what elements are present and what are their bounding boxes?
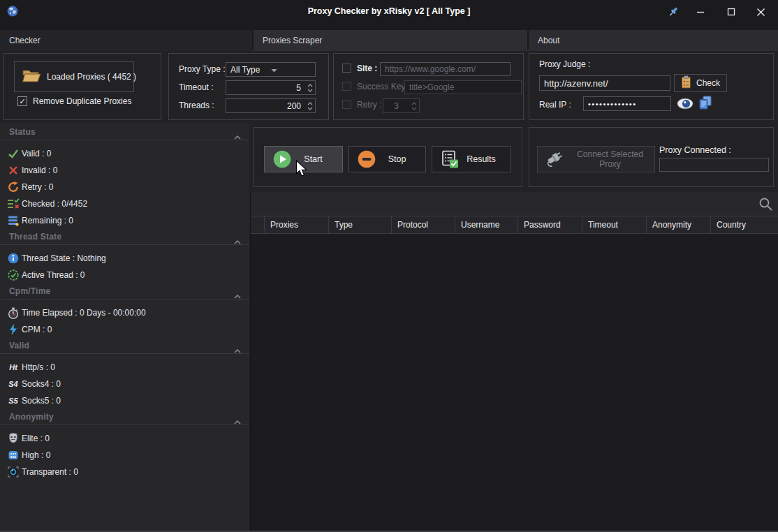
remaining-list-icon: [7, 214, 20, 227]
clipboard-check-icon: [681, 75, 691, 91]
chevron-down-icon: [271, 65, 311, 75]
site-checkbox[interactable]: [342, 64, 351, 73]
threads-input[interactable]: [226, 99, 305, 112]
check-judge-label: Check: [696, 78, 720, 88]
status-invalid-value: Invalid : 0: [22, 165, 57, 175]
high-count-value: High : 0: [22, 450, 50, 460]
elite-count-value: Elite : 0: [22, 434, 50, 443]
success-key-checkbox[interactable]: [342, 82, 351, 91]
time-elapsed-value: Time Elapsed : 0 Days - 00:00:00: [22, 308, 146, 318]
proxy-judge-input[interactable]: [539, 75, 670, 91]
window-title: Proxy Checker by xRisky v2 [ All Type ]: [0, 6, 778, 16]
socks4-count-row: S4 Socks4 : 0: [0, 376, 249, 392]
socks4-icon: S4: [7, 378, 20, 390]
active-thread-row: Active Thread : 0: [0, 267, 249, 283]
site-input[interactable]: [380, 62, 511, 76]
settings-panel: Proxy Type : All Type Timeout : Threads …: [168, 53, 329, 120]
section-cpm-time-title: Cpm/Time: [9, 286, 50, 296]
table-header-row: Proxies Type Protocol Username Password …: [251, 216, 778, 234]
check-judge-button[interactable]: Check: [674, 74, 727, 92]
column-header-country[interactable]: Country: [711, 216, 778, 233]
threads-label: Threads :: [179, 101, 214, 110]
active-thread-icon: [7, 269, 20, 281]
chevron-up-icon[interactable]: [234, 343, 241, 356]
high-count-row: High : 0: [0, 447, 249, 464]
section-thread-state-title: Thread State: [9, 232, 61, 242]
timeout-input[interactable]: [226, 81, 305, 94]
proxy-connected-input[interactable]: [659, 158, 769, 172]
socks4-count-value: Socks4 : 0: [22, 379, 61, 389]
app-window: Proxy Checker by xRisky v2 [ All Type ]: [0, 0, 778, 532]
reveal-ip-eye-icon[interactable]: [677, 98, 693, 112]
active-thread-value: Active Thread : 0: [22, 270, 85, 280]
copy-ip-icon[interactable]: [699, 96, 712, 112]
section-header-valid[interactable]: Valid: [0, 338, 249, 354]
chevron-up-icon[interactable]: [234, 289, 241, 302]
chevron-up-icon[interactable]: [234, 415, 241, 427]
retry-input[interactable]: [383, 99, 409, 112]
loaded-proxies-button[interactable]: Loaded Proxies ( 4452 ): [14, 61, 134, 92]
start-button[interactable]: Start: [264, 146, 343, 172]
table-header-stub: [251, 216, 265, 233]
pin-icon[interactable]: [666, 4, 681, 20]
column-header-timeout[interactable]: Timeout: [582, 216, 647, 233]
tab-checker-label: Checker: [9, 36, 41, 45]
section-header-anonymity[interactable]: Anonymity: [0, 409, 249, 425]
section-valid-title: Valid: [9, 341, 29, 350]
column-header-anonymity[interactable]: Anonymity: [647, 216, 711, 233]
proxy-type-dropdown[interactable]: All Type: [226, 62, 316, 77]
cpm-row: CPM : 0: [0, 321, 249, 338]
timeout-label: Timeout :: [179, 82, 214, 92]
retry-stepper[interactable]: [383, 98, 420, 113]
socks5-count-row: S5 Socks5 : 0: [0, 392, 249, 409]
tab-about[interactable]: About: [529, 30, 778, 51]
status-remaining-value: Remaining : 0: [22, 216, 73, 226]
status-retry-value: Retry : 0: [22, 182, 53, 192]
site-label: Site :: [357, 64, 377, 73]
stopwatch-icon: [7, 306, 20, 319]
section-header-thread-state[interactable]: Thread State: [0, 229, 249, 245]
real-ip-masked-value: •••••••••••••: [588, 100, 637, 108]
retry-label: Retry :: [357, 100, 381, 110]
column-header-username[interactable]: Username: [455, 216, 518, 233]
tab-checker[interactable]: Checker: [0, 30, 252, 51]
section-header-status[interactable]: Status: [0, 124, 249, 140]
http-count-value: Http/s : 0: [22, 362, 55, 372]
close-button[interactable]: [753, 4, 768, 20]
retry-checkbox[interactable]: [342, 100, 351, 109]
status-valid-value: Valid : 0: [22, 149, 51, 158]
success-key-input[interactable]: [404, 80, 522, 94]
column-header-proxies[interactable]: Proxies: [265, 216, 329, 233]
spinner-arrows-icon[interactable]: [305, 81, 315, 94]
column-header-type[interactable]: Type: [329, 216, 392, 233]
results-table: Proxies Type Protocol Username Password …: [250, 192, 778, 531]
proxy-type-label: Proxy Type :: [179, 64, 225, 74]
table-body-empty[interactable]: [251, 235, 778, 531]
status-valid-row: Valid : 0: [0, 145, 249, 162]
search-bar[interactable]: [251, 192, 778, 216]
connect-selected-proxy-button[interactable]: Connect Selected Proxy: [537, 146, 655, 172]
stop-button[interactable]: Stop: [348, 146, 426, 172]
valid-check-icon: [7, 147, 20, 160]
spinner-arrows-icon[interactable]: [305, 99, 315, 112]
timeout-stepper[interactable]: [226, 80, 316, 95]
section-header-cpm-time[interactable]: Cpm/Time: [0, 283, 249, 300]
remove-duplicates-checkbox[interactable]: ✓: [17, 96, 27, 106]
threads-stepper[interactable]: [226, 98, 316, 113]
column-header-password[interactable]: Password: [518, 216, 582, 233]
invalid-cross-icon: [7, 164, 20, 177]
search-icon[interactable]: [758, 197, 773, 214]
column-header-protocol[interactable]: Protocol: [392, 216, 455, 233]
chevron-up-icon[interactable]: [234, 235, 241, 247]
cpm-value: CPM : 0: [22, 325, 52, 334]
minimize-button[interactable]: [693, 4, 708, 20]
status-invalid-row: Invalid : 0: [0, 162, 249, 179]
real-ip-field[interactable]: •••••••••••••: [583, 96, 671, 111]
tab-proxies-scraper[interactable]: Proxies Scraper: [254, 30, 527, 51]
connect-selected-proxy-label: Connect Selected Proxy: [566, 149, 654, 169]
elite-count-row: Elite : 0: [0, 430, 249, 447]
chevron-up-icon[interactable]: [234, 130, 241, 142]
maximize-button[interactable]: [724, 4, 739, 20]
results-button[interactable]: Results: [432, 146, 511, 172]
http-icon: Ht: [7, 361, 20, 374]
